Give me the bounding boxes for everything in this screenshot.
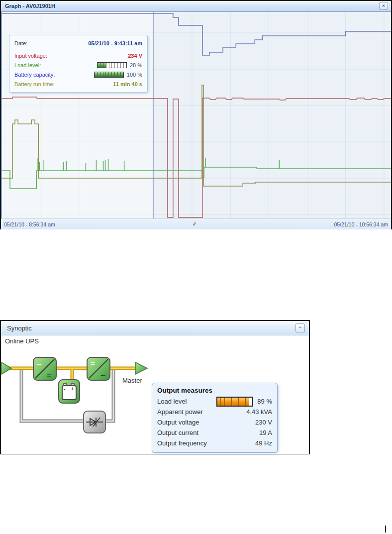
rectifier-icon[interactable]: ~ =	[33, 357, 56, 380]
battery-capacity-row: Battery capacity: 100 %	[14, 70, 142, 79]
input-arrow-icon[interactable]	[1, 362, 11, 374]
synoptic-titlebar: Synoptic −	[1, 321, 309, 335]
svg-text:+: +	[71, 386, 74, 392]
out-load-level-bar	[216, 397, 253, 407]
output-current-row: Output current 19 A	[157, 427, 272, 438]
apparent-power-label: Apparent power	[157, 408, 246, 416]
output-frequency-label: Output frequency	[157, 439, 255, 447]
output-voltage-value: 230 V	[255, 419, 272, 426]
out-load-level-label: Load level	[157, 398, 216, 405]
svg-text:=: =	[91, 359, 95, 368]
date-value: 05/21/10 - 9:43:11 am	[88, 40, 142, 46]
svg-text:~: ~	[100, 371, 105, 380]
load-level-bar	[97, 62, 127, 68]
date-label: Date:	[14, 40, 88, 46]
battery-capacity-value: 100 %	[127, 72, 142, 78]
input-voltage-row: Input voltage: 234 V	[14, 51, 142, 60]
load-level-label: Load level:	[14, 62, 97, 68]
marker-icon[interactable]: ✓∕	[193, 221, 196, 227]
load-level-value: 28 %	[130, 62, 142, 68]
output-frequency-row: Output frequency 49 Hz	[157, 438, 272, 448]
synoptic-panel: Synoptic − Online UPS	[0, 320, 310, 454]
battery-run-time-label: Battery run time:	[14, 81, 113, 87]
output-voltage-row: Output voltage 230 V	[157, 417, 272, 427]
graph-cursor-tooltip: Date: 05/21/10 - 9:43:11 am Input voltag…	[9, 35, 148, 93]
battery-capacity-bar	[94, 72, 124, 78]
svg-text:~: ~	[37, 360, 42, 369]
svg-text:-: -	[64, 386, 65, 392]
svg-text:=: =	[47, 371, 51, 379]
battery-run-time-value: 11 min 40 s	[113, 81, 142, 87]
close-icon[interactable]: ×	[379, 2, 388, 10]
start-time-label: 05/21/10 - 8:56:34 am	[4, 221, 55, 227]
input-voltage-value: 234 V	[128, 53, 142, 59]
minimize-icon[interactable]: −	[295, 323, 305, 332]
graph-window-title: Graph - AV0J1901H	[5, 3, 379, 9]
battery-icon[interactable]: - +	[59, 380, 80, 403]
bypass-switch-icon[interactable]	[84, 411, 105, 433]
load-level-row: Load level: 28 %	[14, 60, 142, 70]
tooltip-divider	[14, 49, 142, 49]
output-voltage-label: Output voltage	[157, 419, 255, 426]
text-cursor-artifact	[385, 526, 386, 533]
output-arrow-icon[interactable]	[135, 362, 147, 374]
output-frequency-value: 49 Hz	[255, 439, 272, 447]
inverter-icon[interactable]: = ~	[87, 357, 110, 380]
output-measures-title: Output measures	[157, 387, 272, 394]
graph-status-bar: 05/21/10 - 8:56:34 am ✓∕ 05/21/10 - 10:5…	[1, 218, 391, 229]
end-time-label: 05/21/10 - 10:56:34 am	[334, 221, 388, 227]
graph-plot-area[interactable]: Date: 05/21/10 - 9:43:11 am Input voltag…	[1, 11, 391, 218]
out-load-level-row: Load level 89 %	[157, 396, 272, 407]
battery-run-time-row: Battery run time: 11 min 40 s	[14, 79, 142, 89]
master-label: Master	[122, 377, 142, 384]
output-current-label: Output current	[157, 429, 259, 436]
tooltip-date-row: Date: 05/21/10 - 9:43:11 am	[14, 38, 142, 48]
graph-window-titlebar: Graph - AV0J1901H ×	[1, 1, 391, 11]
apparent-power-row: Apparent power 4.43 kVA	[157, 407, 272, 417]
apparent-power-value: 4.43 kVA	[246, 408, 272, 416]
input-voltage-label: Input voltage:	[14, 53, 128, 59]
output-current-value: 19 A	[259, 429, 272, 436]
graph-window: Graph - AV0J1901H × Date: 05/21/10 - 9:4…	[0, 0, 392, 229]
synoptic-content: Online UPS	[1, 335, 309, 454]
battery-capacity-label: Battery capacity:	[14, 72, 94, 78]
out-load-level-value: 89 %	[257, 398, 272, 405]
synoptic-title: Synoptic	[7, 324, 295, 332]
output-measures-tooltip: Output measures Load level 89 % Apparent…	[152, 383, 278, 453]
